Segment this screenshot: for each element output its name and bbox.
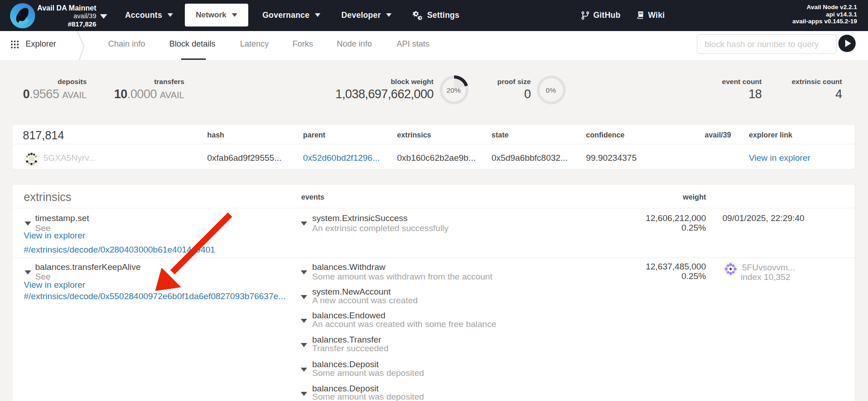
svg-text:20%: 20%: [446, 86, 460, 94]
svg-text:0%: 0%: [546, 86, 556, 94]
